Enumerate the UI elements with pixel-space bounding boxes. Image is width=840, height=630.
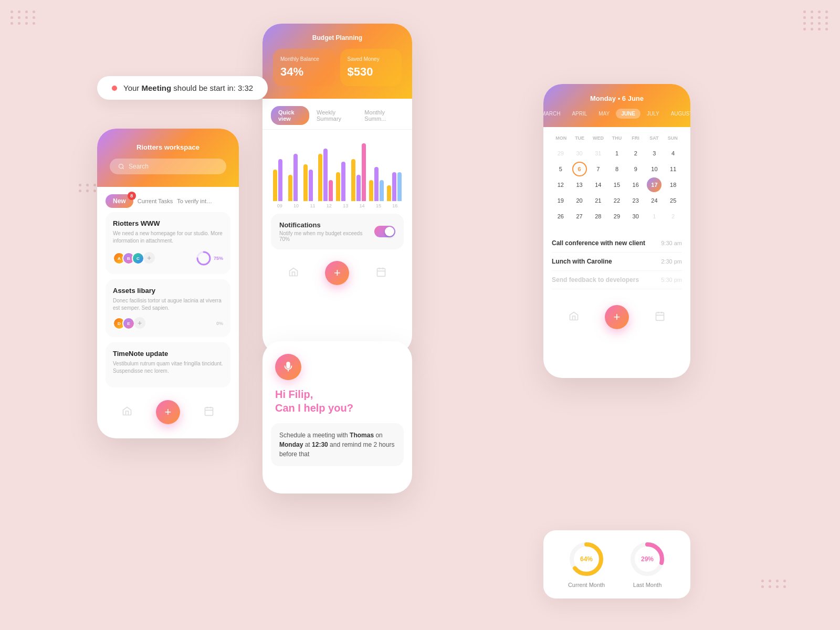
tab-weekly-summary[interactable]: Weekly Summary <box>311 106 357 125</box>
cal-day-20[interactable]: 20 <box>572 193 587 208</box>
chart-label-7: 16 <box>388 203 402 208</box>
tab-badge: 8 <box>128 192 136 200</box>
svg-rect-4 <box>205 407 213 415</box>
bar-purple-5 <box>356 175 361 201</box>
cal-day-25[interactable]: 25 <box>666 193 680 208</box>
svg-text:29%: 29% <box>641 555 654 563</box>
cal-day-12[interactable]: 12 <box>553 177 568 192</box>
chart-labels: 09 10 11 12 13 14 15 16 <box>271 201 404 208</box>
month-june[interactable]: JUNE <box>616 109 640 119</box>
add-avatar-button-1[interactable]: + <box>134 317 145 329</box>
cal-day-8[interactable]: 8 <box>610 162 624 176</box>
assistant-top: Hi Filip, Can I help you? <box>262 341 412 423</box>
notification-dot <box>112 86 117 91</box>
task-card-2: TimeNote update Vestibulum rutrum quam v… <box>106 342 230 387</box>
tab-monthly-summary[interactable]: Monthly Summ... <box>359 106 404 125</box>
task-progress-text-0: 75% <box>214 256 223 261</box>
month-may[interactable]: MAY <box>593 109 615 119</box>
cal-day-15[interactable]: 15 <box>610 177 624 192</box>
chart-label-4: 13 <box>339 203 352 208</box>
calendar-icon-nav3[interactable] <box>655 311 665 324</box>
bar-purple-1 <box>293 154 298 201</box>
mic-button[interactable] <box>275 354 301 380</box>
add-budget-button[interactable]: + <box>325 261 349 285</box>
month-march[interactable]: MARCH <box>543 109 565 119</box>
cal-day-5[interactable]: 5 <box>553 162 568 176</box>
cal-day-29[interactable]: 29 <box>610 209 624 224</box>
task-desc-1: Donec facilisis tortor ut augue lacinia … <box>113 297 223 312</box>
cal-day-24[interactable]: 24 <box>647 193 662 208</box>
cal-day-18[interactable]: 18 <box>666 177 680 192</box>
add-event-button[interactable]: + <box>605 305 629 329</box>
home-icon-2[interactable] <box>288 267 299 280</box>
cal-day-21[interactable]: 21 <box>591 193 605 208</box>
cal-day-6-today[interactable]: 6 <box>572 162 587 176</box>
cal-day-1[interactable]: 1 <box>610 146 624 161</box>
cal-day-29-prev[interactable]: 29 <box>553 146 568 161</box>
cal-day-2-next[interactable]: 2 <box>666 209 680 224</box>
budget-summary-cards: Monthly Balance 34% Saved Money $530 <box>273 49 402 86</box>
cal-day-31-prev[interactable]: 31 <box>591 146 605 161</box>
cal-day-1-next[interactable]: 1 <box>647 209 662 224</box>
cal-day-3[interactable]: 3 <box>647 146 662 161</box>
chart-label-5: 14 <box>355 203 369 208</box>
cal-day-4[interactable]: 4 <box>666 146 680 161</box>
bar-purple-2 <box>309 170 313 201</box>
avatar-4: E <box>122 317 135 330</box>
event-2: Send feedback to developers 5:30 pm <box>552 271 682 289</box>
home-icon[interactable] <box>122 406 132 419</box>
decorative-dots-topleft <box>10 10 37 25</box>
bar-group-1 <box>288 154 300 201</box>
tab-current-tasks[interactable]: Current Tasks <box>138 198 173 204</box>
dow-thu: THU <box>607 133 626 143</box>
search-bar[interactable]: Search <box>110 159 226 174</box>
tab-new[interactable]: New 8 <box>106 194 133 208</box>
cal-day-9[interactable]: 9 <box>628 162 643 176</box>
cal-day-28[interactable]: 28 <box>591 209 605 224</box>
notification-toggle-section: Notifications Notify me when my budget e… <box>271 214 404 249</box>
svg-rect-8 <box>377 268 385 276</box>
event-1: Lunch with Caroline 2:30 pm <box>552 253 682 271</box>
cal-day-17-selected[interactable]: 17 <box>647 177 662 192</box>
cal-day-11[interactable]: 11 <box>666 162 680 176</box>
calendar-icon-nav1[interactable] <box>204 406 214 419</box>
cal-day-13[interactable]: 13 <box>572 177 587 192</box>
cal-day-14[interactable]: 14 <box>591 177 605 192</box>
home-icon-3[interactable] <box>569 311 579 324</box>
cal-day-7[interactable]: 7 <box>591 162 605 176</box>
notification-toggle[interactable] <box>374 226 395 237</box>
tab-quick-view[interactable]: Quick view <box>271 106 309 125</box>
chart-label-0: 09 <box>273 203 286 208</box>
cal-day-26[interactable]: 26 <box>553 209 568 224</box>
cal-day-19[interactable]: 19 <box>553 193 568 208</box>
tab-verify-internally[interactable]: To verify internally <box>177 198 214 204</box>
cal-day-2[interactable]: 2 <box>628 146 643 161</box>
month-april[interactable]: APRIL <box>566 109 592 119</box>
month-august[interactable]: AUGUST <box>666 109 690 119</box>
bar-pink-5 <box>362 143 366 201</box>
budget-chart: 09 10 11 12 13 14 15 16 <box>262 130 412 214</box>
task-footer-0: A B C + 75% <box>113 250 223 267</box>
dow-wed: WED <box>589 133 607 143</box>
chat-bold-monday: Monday <box>279 441 303 448</box>
bar-group-0 <box>273 159 285 201</box>
phone3-header: Monday • 6 June MARCH APRIL MAY JUNE JUL… <box>543 84 690 127</box>
bar-purple-0 <box>278 159 282 201</box>
cal-day-23[interactable]: 23 <box>628 193 643 208</box>
month-july[interactable]: JULY <box>642 109 665 119</box>
cal-day-30-prev[interactable]: 30 <box>572 146 587 161</box>
add-avatar-button[interactable]: + <box>143 252 155 264</box>
chart-label-6: 15 <box>372 203 385 208</box>
task-title-0: Riotters WWW <box>113 219 223 227</box>
event-0: Call conference with new client 9:30 am <box>552 234 682 253</box>
cal-day-30[interactable]: 30 <box>628 209 643 224</box>
cal-day-27[interactable]: 27 <box>572 209 587 224</box>
bar-orange-6 <box>369 180 373 201</box>
cal-day-22[interactable]: 22 <box>610 193 624 208</box>
cal-day-10[interactable]: 10 <box>647 162 662 176</box>
calendar-icon-nav2[interactable] <box>376 267 386 280</box>
add-task-button[interactable]: + <box>156 400 180 424</box>
cal-day-16[interactable]: 16 <box>628 177 643 192</box>
event-name-2: Send feedback to developers <box>552 276 639 284</box>
bar-orange-5 <box>351 159 355 201</box>
